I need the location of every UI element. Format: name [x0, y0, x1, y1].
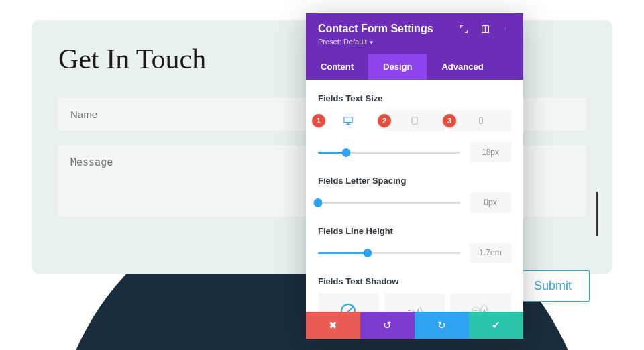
tab-advanced[interactable]: Advanced [427, 54, 498, 80]
tabs: Content Design Advanced [306, 54, 523, 80]
device-phone-button[interactable] [450, 110, 511, 131]
tablet-icon [410, 116, 419, 125]
shadow-none-button[interactable] [318, 293, 379, 312]
panel-header: Contact Form Settings Preset: Default▼ [306, 13, 523, 54]
close-icon: ✖ [329, 319, 337, 331]
caret-down-icon: ▼ [369, 40, 374, 46]
slider-text-size [318, 142, 511, 162]
text-shadow-options: aA aA [318, 293, 511, 312]
shadow-preview-icon: aA [407, 304, 423, 312]
check-icon: ✔ [492, 319, 500, 331]
panel-layout-icon[interactable] [480, 24, 490, 34]
line-height-value[interactable] [470, 243, 511, 263]
svg-point-4 [505, 30, 506, 30]
panel-body: Fields Text Size 1 2 3 Fields Letter Spa… [306, 80, 523, 312]
slider-track[interactable] [318, 152, 460, 154]
device-selector: 1 2 3 [318, 110, 511, 131]
section-label-text-size: Fields Text Size [318, 93, 511, 103]
tab-content[interactable]: Content [306, 54, 368, 80]
undo-button[interactable]: ↺ [360, 312, 415, 339]
redo-button[interactable]: ↻ [415, 312, 469, 339]
section-label-line-height: Fields Line Height [318, 226, 511, 236]
settings-panel: Contact Form Settings Preset: Default▼ C… [306, 13, 523, 339]
panel-title: Contact Form Settings [318, 23, 433, 35]
scroll-indicator [596, 192, 598, 236]
desktop-icon [343, 115, 354, 126]
slider-line-height [318, 243, 511, 263]
phone-icon [477, 116, 485, 125]
slider-track[interactable] [318, 252, 460, 254]
tab-design[interactable]: Design [368, 54, 427, 80]
shadow-preview-icon: aA [473, 304, 489, 312]
letter-spacing-value[interactable] [470, 192, 511, 213]
submit-button[interactable]: Submit [516, 270, 590, 302]
slider-thumb[interactable] [314, 198, 323, 207]
shadow-option-1[interactable]: aA [384, 293, 445, 312]
preset-selector[interactable]: Preset: Default▼ [318, 38, 433, 46]
text-size-value[interactable] [470, 142, 511, 162]
no-icon [341, 304, 356, 312]
svg-rect-8 [412, 117, 417, 125]
action-bar: ✖ ↺ ↻ ✔ [306, 312, 523, 339]
annotation-1: 1 [312, 114, 325, 127]
slider-track[interactable] [318, 202, 460, 204]
expand-icon[interactable] [459, 24, 468, 34]
cancel-button[interactable]: ✖ [306, 312, 360, 339]
device-tablet-button[interactable] [384, 110, 445, 131]
svg-point-2 [505, 27, 506, 28]
annotation-2: 2 [378, 114, 391, 127]
section-label-letter-spacing: Fields Letter Spacing [318, 176, 511, 186]
shadow-option-2[interactable]: aA [450, 293, 511, 312]
device-desktop-button[interactable] [318, 110, 379, 131]
slider-letter-spacing [318, 192, 511, 213]
svg-rect-5 [344, 117, 352, 123]
kebab-menu-icon[interactable] [502, 24, 511, 34]
svg-point-3 [505, 28, 506, 29]
slider-thumb[interactable] [342, 148, 351, 157]
redo-icon: ↻ [437, 319, 446, 331]
section-label-text-shadow: Fields Text Shadow [318, 276, 511, 286]
svg-rect-9 [479, 118, 482, 124]
undo-icon: ↺ [383, 319, 392, 331]
annotation-3: 3 [443, 114, 456, 127]
save-button[interactable]: ✔ [469, 312, 523, 339]
slider-thumb[interactable] [364, 249, 372, 257]
